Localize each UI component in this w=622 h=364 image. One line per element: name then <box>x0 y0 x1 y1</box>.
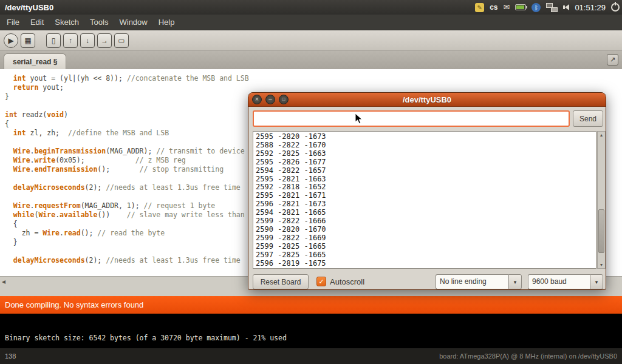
tab-label: serial_read § <box>13 58 57 66</box>
status-bar: Done compiling. No syntax errors found <box>0 296 622 314</box>
screen: /dev/ttyUSB0 ✎ cs ✉ ᛒ 01:51:29 FileEditS… <box>0 0 622 364</box>
serial-window-body: Send 2595 -2820 -1673 2588 -2822 -1670 2… <box>248 107 606 290</box>
scroll-down-arrow-icon[interactable]: ▾ <box>598 262 605 268</box>
menu-tools[interactable]: Tools <box>84 15 114 30</box>
send-button[interactable]: Send <box>573 110 603 127</box>
system-tray: ✎ cs ✉ ᛒ 01:51:29 <box>475 0 620 15</box>
menu-file[interactable]: File <box>1 15 25 30</box>
console-output: Binary sketch size: 6542 bytes (of a 307… <box>0 314 622 348</box>
menu-window[interactable]: Window <box>114 15 152 30</box>
menu-bar: FileEditSketchToolsWindowHelp <box>0 15 622 30</box>
scroll-left-arrow-icon[interactable]: ◂ <box>2 277 5 286</box>
scrollbar-thumb[interactable] <box>598 209 604 253</box>
status-message: Done compiling. No syntax errors found <box>5 300 143 309</box>
mouse-cursor <box>355 113 363 125</box>
clock[interactable]: 01:51:29 <box>575 3 606 12</box>
network-icon[interactable] <box>546 3 558 12</box>
menu-edit[interactable]: Edit <box>25 15 49 30</box>
session-power-icon[interactable] <box>611 3 620 12</box>
code-line: int yout = (yl|(yh << 8)); //concatenate… <box>5 74 622 83</box>
baud-rate-value: 9600 baud <box>528 274 590 289</box>
stop-button[interactable]: ▦ <box>21 33 35 48</box>
verify-icon: ▶ <box>8 37 13 44</box>
maximize-button[interactable]: □ <box>279 95 289 104</box>
autoscroll-checkbox[interactable]: ✓ <box>316 277 326 286</box>
line-ending-value: No line ending <box>436 274 508 289</box>
minimize-button[interactable]: – <box>265 95 275 104</box>
volume-icon[interactable] <box>563 4 569 10</box>
upload-icon: → <box>101 37 108 44</box>
serial-monitor-icon: ▭ <box>118 37 125 44</box>
menu-sketch[interactable]: Sketch <box>49 15 84 30</box>
serial-input[interactable] <box>253 110 570 127</box>
upload-button[interactable]: → <box>97 33 112 48</box>
serial-output[interactable]: 2595 -2820 -1673 2588 -2822 -1670 2592 -… <box>253 131 596 269</box>
close-button[interactable]: × <box>252 95 262 104</box>
verify-button[interactable]: ▶ <box>4 33 18 48</box>
new-sketch-button[interactable]: ▯ <box>46 33 61 48</box>
messages-icon[interactable]: ✉ <box>503 0 510 15</box>
panel-window-title: /dev/ttyUSB0 <box>0 3 53 12</box>
serial-monitor-button[interactable]: ▭ <box>114 33 129 48</box>
tab-serial-read[interactable]: serial_read § <box>4 53 66 69</box>
bluetooth-icon[interactable]: ᛒ <box>531 3 541 12</box>
notes-indicator-icon[interactable]: ✎ <box>475 3 484 12</box>
open-button[interactable]: ↑ <box>63 33 78 48</box>
board-info: board: ATmega328P(A) @ 8 MHz (internal) … <box>439 352 617 360</box>
stop-icon: ▦ <box>24 37 31 44</box>
line-ending-select[interactable]: No line ending ▾ <box>436 274 522 289</box>
menu-help[interactable]: Help <box>153 15 180 30</box>
reset-board-button[interactable]: Reset Board <box>253 274 309 289</box>
tab-bar: serial_read § ↗ <box>0 51 622 69</box>
battery-icon[interactable] <box>515 4 526 10</box>
tab-menu-button[interactable]: ↗ <box>607 54 618 66</box>
caret-line-number: 138 <box>5 352 16 360</box>
serial-monitor-window: × – □ /dev/ttyUSB0 Send 2595 -2820 -1673… <box>248 92 606 290</box>
chevron-down-icon[interactable]: ▾ <box>590 274 603 289</box>
new-sketch-icon: ▯ <box>52 37 56 44</box>
chevron-down-icon[interactable]: ▾ <box>508 274 522 289</box>
save-button[interactable]: ↓ <box>80 33 95 48</box>
autoscroll-label: Autoscroll <box>330 274 364 289</box>
serial-window-titlebar[interactable]: × – □ /dev/ttyUSB0 <box>248 93 606 107</box>
serial-scrollbar[interactable]: ▴ ▾ <box>597 131 606 269</box>
keyboard-layout-indicator[interactable]: cs <box>490 3 497 12</box>
save-icon: ↓ <box>86 37 89 44</box>
baud-rate-select[interactable]: 9600 baud ▾ <box>528 274 603 289</box>
footer-bar: 138 board: ATmega328P(A) @ 8 MHz (intern… <box>0 348 622 364</box>
console-text: Binary sketch size: 6542 bytes (of a 307… <box>0 314 622 342</box>
serial-controls: Reset Board ✓ Autoscroll No line ending … <box>248 274 606 290</box>
scroll-up-arrow-icon[interactable]: ▴ <box>598 132 605 138</box>
serial-window-title: /dev/ttyUSB0 <box>248 95 606 104</box>
top-panel: /dev/ttyUSB0 ✎ cs ✉ ᛒ 01:51:29 <box>0 0 622 15</box>
open-icon: ↑ <box>69 37 72 44</box>
toolbar: ▶▦▯↑↓→▭ <box>0 30 622 51</box>
code-line: return yout; <box>5 83 622 92</box>
